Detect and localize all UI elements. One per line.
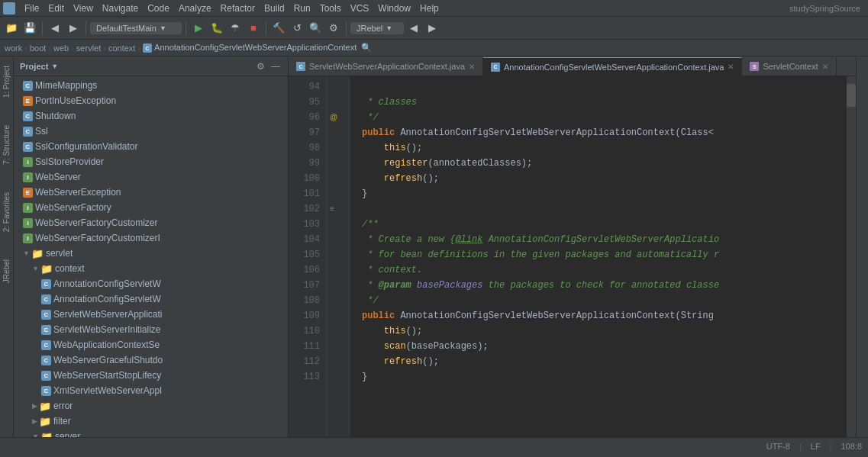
class-i-icon: I [23, 172, 33, 182]
left-panel-tabs: 1: Project 7: Structure 2: Favorites JRe… [0, 56, 14, 437]
stop-button[interactable]: ■ [245, 20, 262, 37]
run-with-coverage[interactable]: ☂ [227, 20, 244, 37]
tree-item-webapplicationcontextse[interactable]: C WebApplicationContextSe [14, 337, 288, 352]
tree-item-annotationconfig1[interactable]: C AnnotationConfigServletW [14, 276, 288, 291]
project-panel-header: Project ▼ ⚙ — [14, 56, 288, 76]
tree-item-shutdown-label: Shutdown [35, 111, 76, 121]
menu-edit[interactable]: Edit [44, 3, 69, 14]
tree-item-sslconfigurationvalidator[interactable]: C SslConfigurationValidator [14, 139, 288, 154]
status-line-sep2: | [830, 442, 832, 451]
bc-boot[interactable]: boot [30, 43, 46, 53]
tree-folder-context[interactable]: ▼ 📁 context [14, 261, 288, 276]
toolbar-search[interactable]: 🔍 [307, 20, 324, 37]
menu-run[interactable]: Run [289, 3, 315, 14]
tab-servletwebserverapplicationcontext[interactable]: C ServletWebServerApplicationContext.jav… [289, 57, 483, 76]
class-i-icon: I [23, 218, 33, 228]
folder-chevron: ▼ [23, 249, 30, 257]
menu-analyze[interactable]: Analyze [174, 3, 216, 14]
tree-folder-server[interactable]: ▼ 📁 server [14, 429, 288, 437]
tree-item-webserver[interactable]: I WebServer [14, 169, 288, 185]
tab-close-2[interactable]: ✕ [728, 63, 734, 71]
editor-tabs-bar: C ServletWebServerApplicationContext.jav… [289, 56, 856, 76]
class-c-icon: C [41, 294, 51, 304]
editor-area: C ServletWebServerApplicationContext.jav… [289, 56, 856, 437]
bc-context[interactable]: context [108, 43, 135, 53]
tab-project[interactable]: 1: Project [1, 60, 12, 104]
tree-item-servletwebserverapplication[interactable]: C ServletWebServerApplicati [14, 307, 288, 322]
tab-favorites[interactable]: 2: Favorites [1, 186, 12, 238]
menu-refactor[interactable]: Refactor [216, 3, 260, 14]
class-c-icon: C [23, 81, 33, 91]
toolbar-save[interactable]: 💾 [21, 20, 38, 37]
app-title: studySpringSource [785, 4, 865, 13]
tree-item-webserverexception[interactable]: E WebServerException [14, 185, 288, 200]
tree-item-servletwebserverinitialize[interactable]: C ServletWebServerInitialize [14, 322, 288, 337]
tab-close-3[interactable]: ✕ [822, 63, 828, 71]
tree-item-webserverfactorycustomizer[interactable]: I WebServerFactoryCustomizer [14, 215, 288, 230]
project-gear-icon[interactable]: ⚙ [254, 60, 266, 72]
run-config-selector[interactable]: DefaultTestMain ▼ [90, 22, 182, 34]
bc-work[interactable]: work [5, 43, 22, 53]
toolbar-back[interactable]: ◀ [47, 20, 63, 37]
tab-close-1[interactable]: ✕ [469, 63, 475, 71]
menu-build[interactable]: Build [260, 3, 289, 14]
toolbar-reload[interactable]: ↺ [289, 20, 305, 37]
class-e-icon: E [23, 96, 33, 106]
class-c-icon: C [41, 325, 51, 335]
class-c-icon: C [41, 356, 51, 365]
folder-icon: 📁 [39, 400, 51, 412]
bc-web[interactable]: web [53, 43, 69, 53]
tab-jrebel[interactable]: JRebel [1, 253, 12, 289]
project-collapse-icon[interactable]: — [269, 60, 282, 72]
folder-icon: 📁 [31, 247, 44, 259]
tab-annotationconfigservlet[interactable]: C AnnotationConfigServletWebServerApplic… [483, 57, 742, 76]
project-header-actions: ⚙ — [254, 60, 282, 72]
debug-button[interactable]: 🐛 [208, 20, 225, 37]
run-button[interactable]: ▶ [190, 20, 207, 37]
tree-item-webservergracefulshutdo[interactable]: C WebServerGracefulShutdo [14, 352, 288, 368]
tab-servletcontext[interactable]: S ServletContext ✕ [742, 57, 836, 76]
status-line-ending: LF [811, 442, 821, 451]
folder-chevron: ▼ [32, 433, 39, 437]
menu-file[interactable]: File [20, 3, 44, 14]
tree-item-annotationconfig2[interactable]: C AnnotationConfigServletW [14, 291, 288, 307]
breadcrumb-nav-icon[interactable]: 🔍 [361, 43, 372, 53]
tree-folder-servlet[interactable]: ▼ 📁 servlet [14, 246, 288, 261]
jrebel-selector[interactable]: JRebel ▼ [350, 22, 404, 34]
toolbar-forward[interactable]: ▶ [65, 20, 82, 37]
bc-class[interactable]: CAnnotationConfigServletWebServerApplica… [143, 43, 357, 53]
toolbar-sep3 [186, 21, 186, 35]
tree-item-mimemappings[interactable]: C MimeMappings [14, 78, 288, 93]
menu-window[interactable]: Window [373, 3, 415, 14]
breadcrumb: work › boot › web › servlet › context › … [0, 40, 868, 56]
toolbar-build[interactable]: 🔨 [270, 20, 287, 37]
tree-item-ssl[interactable]: C Ssl [14, 124, 288, 139]
class-i-icon: I [23, 157, 33, 167]
menu-tools[interactable]: Tools [315, 3, 346, 14]
jrebel-back[interactable]: ◀ [405, 20, 422, 37]
bc-servlet[interactable]: servlet [76, 43, 101, 53]
tree-item-webserverfactory[interactable]: I WebServerFactory [14, 200, 288, 215]
toolbar-open[interactable]: 📁 [3, 20, 20, 37]
class-i-icon: I [23, 203, 33, 213]
tree-folder-error[interactable]: ▶ 📁 error [14, 398, 288, 414]
tree-item-webserverfactorycustomizeri[interactable]: I WebServerFactoryCustomizerI [14, 230, 288, 246]
menu-view[interactable]: View [69, 3, 98, 14]
tree-item-portinuseexception[interactable]: E PortInUseException [14, 93, 288, 108]
folder-chevron: ▶ [32, 417, 37, 425]
jrebel-forward[interactable]: ▶ [424, 20, 440, 37]
menu-navigate[interactable]: Navigate [98, 3, 143, 14]
menu-vcs[interactable]: VCS [346, 3, 374, 14]
tree-item-xmlservlet[interactable]: C XmlServletWebServerAppl [14, 383, 288, 398]
tab-structure[interactable]: 7: Structure [1, 119, 12, 171]
tree-item-sslstoreprovider[interactable]: I SslStoreProvider [14, 154, 288, 169]
menu-help[interactable]: Help [415, 3, 444, 14]
tree-item-webserverstartstop[interactable]: C WebServerStartStopLifecy [14, 368, 288, 383]
menu-code[interactable]: Code [143, 3, 174, 14]
toolbar-settings[interactable]: ⚙ [325, 20, 342, 37]
code-content[interactable]: * classes */ public AnnotationConfigServ… [350, 76, 847, 437]
project-panel-title[interactable]: Project ▼ [20, 62, 58, 71]
code-editor: 94 95 96 97 98 99 100 101 102 103 104 10… [289, 76, 856, 437]
tree-folder-filter[interactable]: ▶ 📁 filter [14, 414, 288, 429]
tree-item-shutdown[interactable]: C Shutdown [14, 108, 288, 124]
